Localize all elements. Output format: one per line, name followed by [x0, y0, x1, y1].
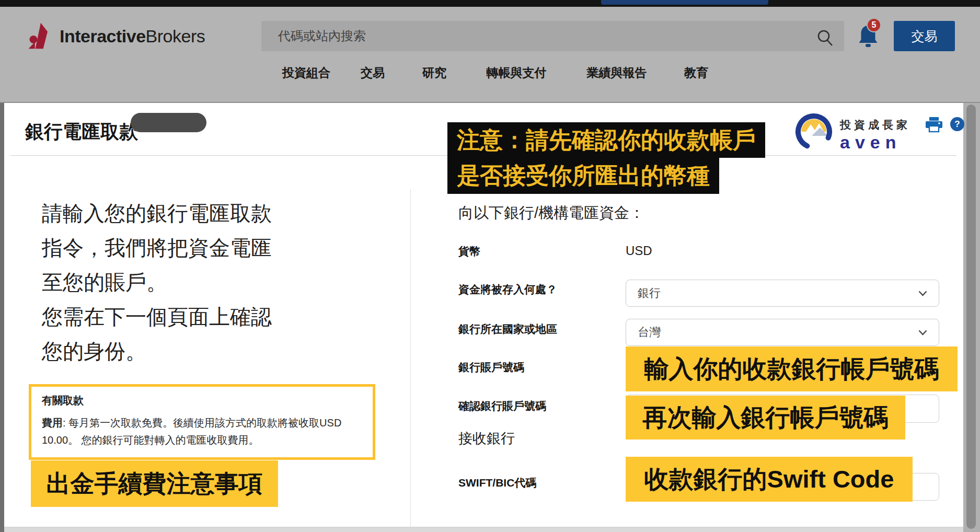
nav-trade[interactable]: 交易: [361, 65, 385, 81]
destination-selected-value: 銀行: [638, 285, 661, 301]
warning-line-2: 是否接受你所匯出的幣種: [447, 158, 719, 193]
bank-country-selected-value: 台灣: [638, 325, 661, 340]
ib-logo-text: InteractiveBrokers: [60, 26, 205, 47]
intro-text-line: 您需在下一個頁面上確認: [42, 304, 272, 329]
ib-logo-bold: Interactive: [60, 26, 146, 46]
notification-count: 5: [872, 20, 877, 30]
print-icon[interactable]: [925, 117, 943, 133]
swift-label: SWIFT/BIC代碼: [458, 476, 536, 490]
destination-select[interactable]: 銀行: [626, 280, 939, 307]
nav-education[interactable]: 教育: [684, 65, 708, 81]
nav-portfolio[interactable]: 投資組合: [282, 65, 330, 81]
interactive-brokers-logo[interactable]: InteractiveBrokers: [25, 21, 205, 51]
search-input[interactable]: [261, 21, 844, 51]
form-heading: 向以下銀行/機構電匯資金：: [458, 203, 644, 224]
page-bottom-strip: [4, 527, 963, 532]
bank-account-tip-annotation: 輸入你的收款銀行帳戶號碼: [626, 346, 958, 391]
page-title: 銀行電匯取款: [25, 119, 138, 145]
bank-country-select[interactable]: 台灣: [626, 319, 939, 346]
intro-text-line: 指令，我們將把資金電匯: [42, 235, 272, 260]
nav-transfer-pay[interactable]: 轉帳與支付: [487, 65, 547, 81]
fee-notice-title: 有關取款: [42, 394, 362, 408]
left-edge-rail: [0, 103, 4, 532]
aven-brand-logo: 投資成長家 aven: [795, 111, 910, 152]
column-divider: [410, 189, 411, 527]
account-number-redacted: [131, 113, 206, 132]
receiving-bank-label: 接收銀行: [458, 429, 515, 448]
fee-label: 費用: [42, 417, 63, 429]
bank-country-label: 銀行所在國家或地區: [458, 322, 557, 337]
brand-name-en: aven: [840, 133, 910, 151]
brand-name-cn: 投資成長家: [840, 118, 910, 132]
browser-tab-accent: [601, 0, 768, 5]
intro-text-line: 請輸入您的銀行電匯取款: [42, 201, 272, 226]
browser-top-bar: [0, 0, 980, 7]
trade-button[interactable]: 交易: [894, 21, 955, 51]
warning-annotation: 注意：請先確認你的收款帳戶 是否接受你所匯出的幣種: [447, 122, 765, 194]
confirm-account-tip-annotation: 再次輸入銀行帳戶號碼: [626, 396, 905, 440]
screen: InteractiveBrokers 5 交易 投資組合 交易 研究 轉帳與支付…: [0, 0, 980, 532]
currency-value: USD: [626, 244, 652, 258]
chevron-down-icon: [918, 291, 927, 296]
search-bar: [261, 21, 844, 51]
notification-badge: 5: [867, 18, 881, 32]
ib-flame-icon: [25, 21, 55, 51]
bank-account-label: 銀行賬戶號碼: [458, 360, 524, 375]
chevron-down-icon: [918, 330, 927, 336]
withdrawal-fee-notice: 有關取款 費用: 每月第一次取款免費。後續使用該方式的取款將被收取USD 10.…: [29, 384, 375, 460]
scrollbar-thumb[interactable]: [966, 105, 976, 529]
nav-performance-reports[interactable]: 業績與報告: [587, 65, 647, 81]
help-glyph: ?: [954, 119, 960, 130]
currency-label: 貨幣: [458, 244, 480, 259]
intro-text-line: 您的身份。: [42, 339, 146, 364]
fee-notice-body: 費用: 每月第一次取款免費。後續使用該方式的取款將被收取USD 10.00。 您…: [42, 414, 361, 449]
swift-tip-annotation: 收款銀行的Swift Code: [626, 457, 913, 502]
nav-research[interactable]: 研究: [422, 65, 446, 81]
help-icon[interactable]: ?: [950, 117, 964, 131]
aven-logo-icon: [795, 111, 833, 152]
search-icon[interactable]: [815, 28, 836, 49]
confirm-account-label: 確認銀行賬戶號碼: [458, 399, 546, 413]
ib-logo-regular: Brokers: [146, 26, 205, 46]
warning-line-1: 注意：請先確認你的收款帳戶: [447, 122, 765, 158]
fee-text: : 每月第一次取款免費。後續使用該方式的取款將被收取USD 10.00。 您的銀…: [42, 417, 341, 446]
fee-tip-annotation: 出金手續費注意事項: [31, 460, 278, 507]
panel-bottom-border: [4, 527, 963, 527]
intro-text-line: 至您的賬戶。: [42, 270, 167, 295]
destination-label: 資金將被存入何處？: [458, 282, 557, 297]
